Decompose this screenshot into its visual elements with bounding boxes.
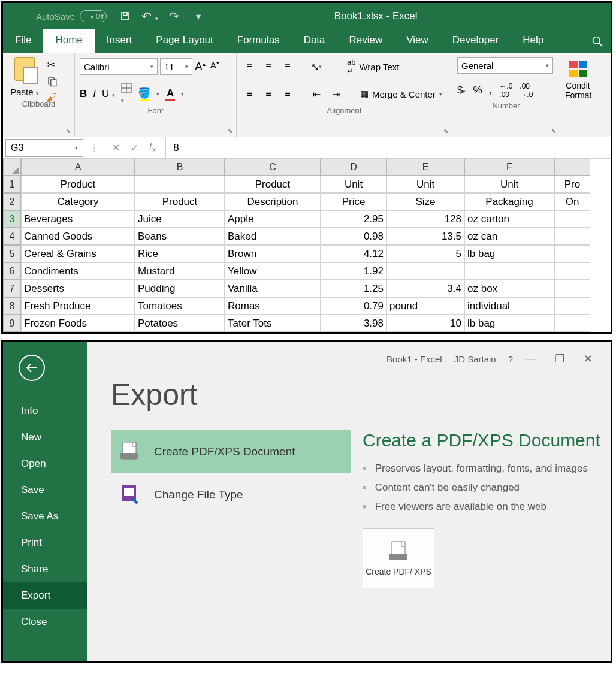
cell[interactable] [464, 262, 554, 280]
orientation-icon[interactable]: ⤡▾ [309, 59, 324, 74]
copy-icon[interactable] [46, 76, 58, 87]
number-format-dropdown[interactable]: General▾ [457, 57, 553, 74]
minimize-icon[interactable]: — [525, 352, 536, 365]
cell[interactable] [554, 228, 590, 245]
align-middle-icon[interactable]: ≡ [261, 59, 276, 74]
tab-view[interactable]: View [394, 29, 440, 53]
worksheet-grid[interactable]: 1 2 3 4 5 6 7 8 9 ABCDEF ProductProductU… [3, 159, 611, 332]
tab-help[interactable]: Help [511, 29, 555, 53]
align-bottom-icon[interactable]: ≡ [280, 59, 295, 74]
cell[interactable]: individual [464, 297, 554, 315]
comma-format-button[interactable]: , [490, 84, 493, 96]
dialog-launcher-icon[interactable]: ⬊ [66, 128, 71, 134]
cell[interactable] [554, 210, 590, 228]
cell[interactable]: 4.12 [321, 245, 386, 262]
align-right-icon[interactable]: ≡ [280, 87, 295, 101]
cell[interactable]: Juice [135, 210, 225, 228]
row-header[interactable]: 5 [3, 245, 21, 262]
cell[interactable]: Unit [386, 176, 464, 193]
cell[interactable]: Price [321, 193, 386, 210]
dialog-launcher-icon[interactable]: ⬊ [228, 128, 232, 134]
increase-indent-icon[interactable]: ⇥ [328, 87, 343, 101]
cell[interactable]: Brown [225, 245, 321, 262]
dialog-launcher-icon[interactable]: ⬊ [551, 128, 556, 134]
column-header[interactable] [554, 159, 590, 176]
cell[interactable]: Apple [225, 210, 321, 228]
cell[interactable]: Frozen Foods [21, 315, 135, 332]
underline-button[interactable]: U ▾ [102, 88, 115, 100]
conditional-formatting-group[interactable]: ConditFormat [560, 53, 596, 137]
close-icon[interactable]: ✕ [584, 352, 593, 365]
cell[interactable]: Description [225, 193, 321, 210]
tab-file[interactable]: File [3, 29, 43, 53]
tab-page-layout[interactable]: Page Layout [144, 29, 225, 53]
qat-customize-icon[interactable]: ▾ [196, 11, 201, 22]
cell[interactable] [554, 262, 590, 280]
decrease-decimal-button[interactable]: .00→.0 [520, 82, 533, 99]
cell[interactable]: On [554, 193, 590, 210]
cell[interactable]: Pro [554, 176, 590, 193]
cell[interactable]: Category [21, 193, 135, 210]
export-option-filetype[interactable]: Change File Type [111, 473, 351, 516]
sidebar-item-info[interactable]: Info [3, 398, 87, 424]
cell[interactable]: 1.25 [321, 280, 386, 297]
paste-button[interactable]: Paste ▾ [8, 57, 41, 97]
column-header[interactable]: D [321, 159, 386, 176]
decrease-indent-icon[interactable]: ⇤ [309, 87, 324, 101]
row-header[interactable]: 1 [3, 176, 21, 193]
cell[interactable]: Baked [225, 228, 321, 245]
cell[interactable] [135, 176, 225, 193]
row-header[interactable]: 8 [3, 297, 21, 315]
cell[interactable]: Size [386, 193, 464, 210]
cell[interactable] [554, 280, 590, 297]
cell[interactable]: Product [135, 193, 225, 210]
cell[interactable]: Potatoes [135, 315, 225, 332]
tab-insert[interactable]: Insert [95, 29, 144, 53]
border-button[interactable]: ▾ [121, 83, 132, 105]
italic-button[interactable]: I [93, 88, 96, 100]
cell[interactable]: 1.92 [321, 262, 386, 280]
cell[interactable]: 3.98 [321, 315, 386, 332]
cell[interactable]: oz box [464, 280, 554, 297]
column-header[interactable]: B [135, 159, 225, 176]
tab-developer[interactable]: Developer [440, 29, 511, 53]
row-header[interactable]: 3 [3, 210, 21, 228]
cell[interactable]: Cereal & Grains [21, 245, 135, 262]
sidebar-item-share[interactable]: Share [3, 556, 87, 582]
cell[interactable]: Mustard [135, 262, 225, 280]
sidebar-item-new[interactable]: New [3, 424, 87, 451]
search-icon[interactable] [579, 29, 611, 53]
cell[interactable]: oz carton [464, 210, 554, 228]
cell[interactable]: lb bag [464, 245, 554, 262]
row-header[interactable]: 2 [3, 193, 21, 210]
align-center-icon[interactable]: ≡ [261, 87, 276, 101]
font-size-dropdown[interactable]: 11▾ [160, 58, 192, 75]
enter-icon[interactable]: ✓ [131, 142, 138, 153]
cell[interactable]: 10 [386, 315, 464, 332]
cell[interactable]: Condiments [21, 262, 135, 280]
cell[interactable]: Canned Goods [21, 228, 135, 245]
cell[interactable]: Packaging [464, 193, 554, 210]
cell[interactable]: 128 [386, 210, 464, 228]
tab-review[interactable]: Review [337, 29, 395, 53]
cell[interactable]: 5 [386, 245, 464, 262]
merge-center-button[interactable]: ▦ Merge & Center ▾ [357, 87, 446, 101]
help-icon[interactable]: ? [508, 354, 513, 364]
cell[interactable]: 0.98 [321, 228, 386, 245]
cell[interactable]: Pudding [135, 280, 225, 297]
cell[interactable]: Product [21, 176, 135, 193]
cell[interactable]: Tomatoes [135, 297, 225, 315]
bold-button[interactable]: B [80, 88, 87, 100]
sidebar-item-close[interactable]: Close [3, 609, 87, 635]
row-header[interactable]: 7 [3, 280, 21, 297]
cell[interactable]: pound [386, 297, 464, 315]
column-header[interactable]: F [464, 159, 554, 176]
cell[interactable]: Fresh Produce [21, 297, 135, 315]
cell[interactable]: Beverages [21, 210, 135, 228]
sidebar-item-save-as[interactable]: Save As [3, 503, 87, 530]
increase-font-icon[interactable]: A▴ [195, 60, 206, 73]
fill-color-button[interactable]: 🪣 [138, 87, 150, 101]
percent-format-button[interactable]: % [473, 84, 482, 96]
wrap-text-button[interactable]: ab↵ Wrap Text [343, 56, 403, 77]
cell[interactable] [386, 262, 464, 280]
